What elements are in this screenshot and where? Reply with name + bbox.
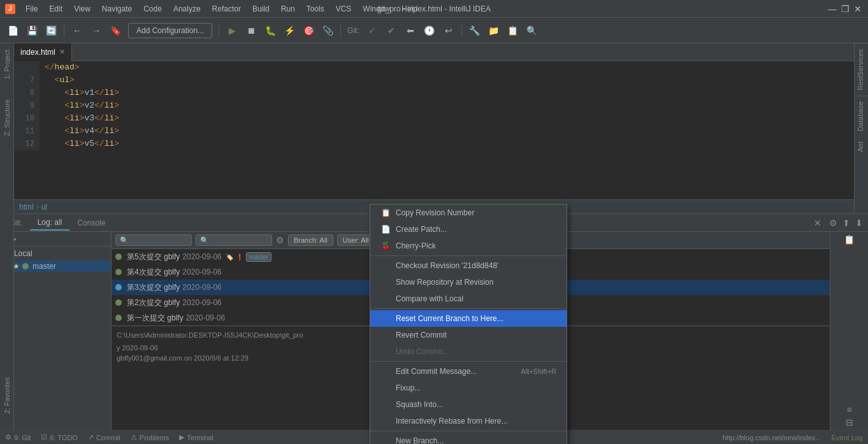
menu-navigate[interactable]: Navigate [97, 3, 137, 15]
ctx-reset-branch[interactable]: Reset Current Branch to Here... [370, 310, 567, 327]
menu-build[interactable]: Build [247, 3, 275, 15]
git-check-button[interactable]: ✓ [363, 22, 381, 39]
menu-view[interactable]: View [69, 3, 96, 15]
stop-button[interactable]: ⏹ [242, 22, 260, 39]
coverage-button[interactable]: 🎯 [300, 22, 317, 39]
vcs-roots-button[interactable]: 📁 [485, 22, 503, 39]
database-tab[interactable]: Database [855, 96, 868, 136]
menu-code[interactable]: Code [138, 3, 167, 15]
branch-filter-button[interactable]: Branch: All [288, 234, 333, 246]
maximize-button[interactable]: ❐ [840, 4, 850, 14]
ctx-checkout-revision[interactable]: Checkout Revision '21d8d848' [370, 257, 567, 274]
commit-date: 2020-09-06 [182, 283, 221, 292]
git-status-item[interactable]: ⚙ 9: Git [5, 433, 31, 441]
forward-button[interactable]: → [87, 22, 105, 39]
tab-close-icon[interactable]: ✕ [59, 48, 65, 56]
menu-analyze[interactable]: Analyze [168, 3, 206, 15]
commit-status-item[interactable]: ↗ Commit [88, 433, 120, 441]
branch-item-master[interactable]: ★ master [0, 261, 111, 272]
tab-console[interactable]: Console [69, 216, 113, 230]
git-settings-icon[interactable]: ⚙ [276, 235, 284, 245]
close-console-icon[interactable]: ✕ [809, 218, 827, 228]
ctx-edit-message[interactable]: Edit Commit Message... Alt+Shift+R [370, 363, 567, 380]
ctx-squash[interactable]: Squash Into... [370, 396, 567, 413]
close-button[interactable]: ✕ [853, 4, 863, 14]
tab-index-html[interactable]: index.html ✕ [14, 43, 72, 61]
problems-status-item[interactable]: ⚠ Problems [131, 433, 169, 441]
attach-button[interactable]: 📎 [319, 22, 336, 39]
expand-icon[interactable]: ⬆ [840, 218, 853, 228]
bookmark-button[interactable]: 🔖 [106, 22, 124, 39]
git-push-button[interactable]: ✔ [382, 22, 400, 39]
git-history-button[interactable]: 🕐 [421, 22, 438, 39]
code-editor[interactable]: </head> 7 <ul> 8 <li>v1</li> 9 <li>v2</l… [14, 61, 854, 199]
ctx-new-branch[interactable]: New Branch... [370, 433, 567, 444]
tab-log-all[interactable]: Log: all [30, 215, 70, 231]
git-revert-button[interactable]: ↩ [440, 22, 458, 39]
menu-file[interactable]: File [20, 3, 43, 15]
commit-label: 第3次提交 gblfy [127, 282, 180, 293]
sort-icon[interactable]: ≡ [846, 405, 851, 415]
settings-button[interactable]: 🔧 [466, 22, 484, 39]
search-button[interactable]: 🔍 [523, 22, 541, 39]
run-button[interactable]: ▶ [223, 22, 241, 39]
menu-refactor[interactable]: Refactor [207, 3, 246, 15]
minimize-button[interactable]: — [827, 4, 837, 14]
window-controls: — ❐ ✕ [827, 4, 863, 14]
patch-icon: 📄 [380, 224, 391, 234]
breadcrumb-html[interactable]: html [19, 203, 34, 211]
right-panel-tabs: RestServices Database Ant [854, 43, 868, 213]
project-panel-tab[interactable]: 1: Project [2, 46, 12, 83]
ctx-new-branch-label: New Branch... [396, 436, 444, 444]
menu-run[interactable]: Run [276, 3, 300, 15]
structure-panel-tab[interactable]: Z: Structure [2, 96, 12, 140]
git-pull-button[interactable]: ⬅ [401, 22, 419, 39]
ant-tab[interactable]: Ant [855, 136, 868, 157]
tabs-bar: index.html ✕ [14, 43, 854, 61]
ctx-squash-label: Squash Into... [396, 400, 443, 409]
settings-gear-icon[interactable]: ⚙ [827, 218, 840, 228]
add-configuration-button[interactable]: Add Configuration... [128, 23, 212, 38]
back-button[interactable]: ← [68, 22, 86, 39]
profile-button[interactable]: ⚡ [280, 22, 298, 39]
new-file-button[interactable]: 📄 [4, 22, 22, 39]
copy-icon: 📋 [380, 208, 391, 218]
tasks-button[interactable]: 📋 [504, 22, 522, 39]
restservices-tab[interactable]: RestServices [855, 43, 868, 96]
filter-icon[interactable]: ⊟ [846, 417, 853, 427]
ctx-compare-local[interactable]: Compare with Local [370, 290, 567, 307]
git-user-search-input[interactable] [196, 234, 272, 246]
git-search-input[interactable] [115, 234, 192, 246]
tab-label: index.html [20, 48, 55, 57]
event-log-item[interactable]: Event Log [831, 434, 863, 441]
ctx-cherry-pick[interactable]: 🍒 Cherry-Pick [370, 238, 567, 254]
url-status-item[interactable]: http://blog.csdn.net/new/index... [723, 434, 821, 441]
branch-name-label: master [33, 262, 56, 271]
ctx-revert-commit[interactable]: Revert Commit [370, 327, 567, 343]
debug-button[interactable]: 🐛 [261, 22, 279, 39]
expand-log-icon[interactable]: 📋 [844, 234, 855, 245]
breadcrumb-ul[interactable]: ul [41, 203, 47, 211]
todo-status-item[interactable]: ☑ 6: TODO [41, 433, 78, 441]
collapse-icon[interactable]: ⬇ [853, 218, 865, 228]
title-bar: J File Edit View Navigate Code Analyze R… [0, 0, 868, 18]
problems-icon: ⚠ [131, 433, 137, 441]
commit-dot-icon [115, 254, 122, 260]
ctx-show-repo[interactable]: Show Repository at Revision [370, 274, 567, 290]
terminal-status-item[interactable]: ▶ Terminal [179, 433, 213, 441]
ctx-interactive-rebase[interactable]: Interactively Rebase from Here... [370, 413, 567, 429]
sync-button[interactable]: 🔄 [42, 22, 60, 39]
menu-tools[interactable]: Tools [301, 3, 329, 15]
user-filter-button[interactable]: User: All [337, 234, 375, 246]
compare-icon [380, 294, 391, 304]
favorites-panel-tab[interactable]: 2: Favorites [2, 373, 12, 417]
menu-vcs[interactable]: VCS [331, 3, 357, 15]
ctx-checkout-label: Checkout Revision '21d8d848' [396, 261, 498, 270]
menu-edit[interactable]: Edit [44, 3, 68, 15]
ctx-fixup[interactable]: Fixup... [370, 380, 567, 396]
commit-status-label: Commit [96, 434, 120, 441]
revert-icon [380, 330, 391, 340]
save-button[interactable]: 💾 [23, 22, 41, 39]
ctx-copy-revision[interactable]: 📋 Copy Revision Number [370, 204, 567, 221]
ctx-create-patch[interactable]: 📄 Create Patch... [370, 221, 567, 238]
